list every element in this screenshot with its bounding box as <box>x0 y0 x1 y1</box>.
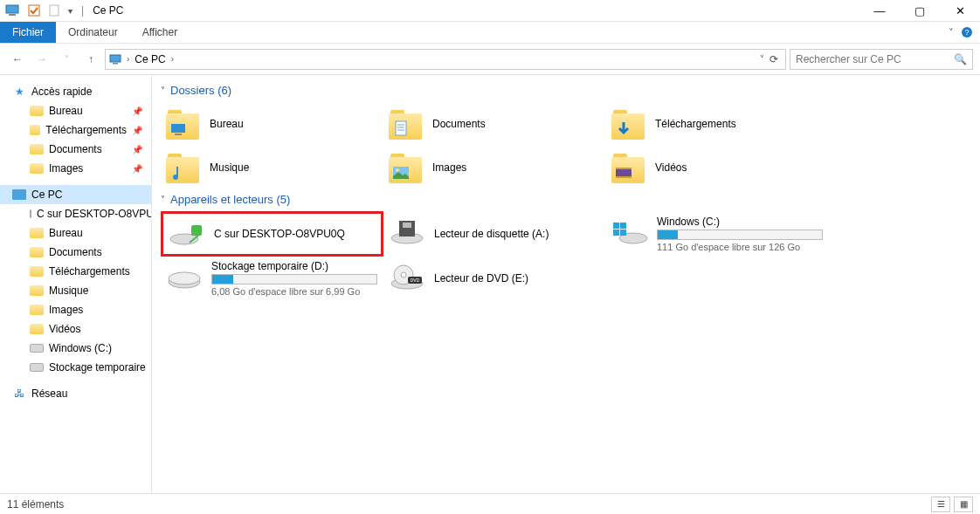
folder-videos[interactable]: Vidéos <box>606 146 829 189</box>
pin-icon: 📌 <box>132 106 142 116</box>
drive-floppy[interactable]: Lecteur de disquette (A:) <box>383 211 606 257</box>
chevron-right-icon[interactable]: › <box>171 54 174 64</box>
svg-rect-21 <box>191 225 202 236</box>
window-title: Ce PC <box>93 4 123 17</box>
sidebar-item-reseau[interactable]: 🖧 Réseau <box>0 384 151 403</box>
folder-label: Bureau <box>210 118 244 130</box>
view-icons-button[interactable]: ▦ <box>954 497 973 512</box>
folder-label: Documents <box>432 118 486 130</box>
folder-label: Téléchargements <box>655 118 736 130</box>
sidebar-item-documents2[interactable]: Documents <box>0 243 151 262</box>
back-button[interactable]: ← <box>7 49 28 70</box>
sidebar-item-telechargements2[interactable]: Téléchargements <box>0 262 151 281</box>
status-bar: 11 éléments ☰ ▦ <box>0 493 980 514</box>
maximize-button[interactable]: ▢ <box>900 0 940 22</box>
svg-rect-10 <box>396 121 406 135</box>
folder-documents[interactable]: Documents <box>383 102 606 146</box>
folder-musique[interactable]: Musique <box>161 146 383 189</box>
navigation-bar: ← → ˅ ↑ › Ce PC › ˅ ⟳ Rechercher sur Ce … <box>0 44 980 75</box>
sidebar-item-label: Images <box>49 304 83 316</box>
folder-label: Musique <box>210 161 249 174</box>
floppy-drive-icon <box>389 215 425 248</box>
section-header-dossiers[interactable]: ˅ Dossiers (6) <box>161 84 971 97</box>
section-header-lecteurs[interactable]: ˅ Appareils et lecteurs (5) <box>161 193 971 206</box>
up-button[interactable]: ↑ <box>80 49 101 70</box>
svg-rect-19 <box>616 176 631 178</box>
pc-icon <box>109 52 123 66</box>
breadcrumb-cepc[interactable]: Ce PC <box>133 53 167 65</box>
qat-dropdown-icon[interactable]: ▾ <box>68 6 72 16</box>
sidebar-item-telechargements[interactable]: Téléchargements 📌 <box>0 120 151 140</box>
folder-images[interactable]: Images <box>383 146 606 189</box>
folder-icon <box>611 152 646 183</box>
drive-label: Windows (C:) <box>657 216 823 228</box>
chevron-right-icon[interactable]: › <box>127 54 129 64</box>
sidebar-item-stockage[interactable]: Stockage temporaire <box>0 358 151 377</box>
address-bar[interactable]: › Ce PC › ˅ ⟳ <box>105 49 786 70</box>
folders-grid: Bureau Documents Téléchargements Musique… <box>161 102 971 189</box>
content-pane: ˅ Dossiers (6) Bureau Documents Téléchar… <box>152 75 980 493</box>
sidebar-item-documents[interactable]: Documents 📌 <box>0 140 151 159</box>
svg-point-16 <box>396 168 399 172</box>
network-icon: 🖧 <box>12 387 26 401</box>
sidebar-item-bureau2[interactable]: Bureau <box>0 223 151 243</box>
sidebar-item-images2[interactable]: Images <box>0 300 151 319</box>
chevron-down-icon: ˅ <box>161 86 165 95</box>
sidebar-item-label: Bureau <box>49 105 83 117</box>
view-details-button[interactable]: ☰ <box>931 497 950 512</box>
svg-rect-28 <box>613 230 619 236</box>
svg-rect-24 <box>403 223 411 228</box>
refresh-button[interactable]: ⟳ <box>770 53 778 65</box>
address-dropdown-icon[interactable]: ˅ <box>760 54 764 64</box>
help-icon[interactable]: ? <box>961 26 973 38</box>
folder-icon <box>30 228 44 238</box>
search-icon: 🔍 <box>954 53 967 65</box>
sidebar-item-label: Documents <box>49 246 102 258</box>
sidebar-item-musique[interactable]: Musique <box>0 281 151 300</box>
qat-blank-icon[interactable] <box>47 3 63 18</box>
close-button[interactable]: ✕ <box>940 0 980 22</box>
tab-ordinateur[interactable]: Ordinateur <box>56 22 130 43</box>
folder-icon <box>30 163 44 174</box>
capacity-bar <box>657 230 823 240</box>
svg-point-34 <box>401 272 406 278</box>
sidebar-item-csur[interactable]: C sur DESKTOP-O8VPU <box>0 204 151 223</box>
folder-icon <box>30 125 40 135</box>
section-title: Appareils et lecteurs (5) <box>170 193 290 206</box>
sidebar-item-bureau[interactable]: Bureau 📌 <box>0 101 151 120</box>
ribbon-expand-icon[interactable]: ˅ <box>949 27 954 38</box>
svg-rect-0 <box>6 5 18 13</box>
drive-subtext: 6,08 Go d'espace libre sur 6,99 Go <box>211 286 377 297</box>
drive-windows-c[interactable]: Windows (C:) 111 Go d'espace libre sur 1… <box>606 211 829 257</box>
tab-afficher[interactable]: Afficher <box>130 22 190 43</box>
recent-dropdown[interactable]: ˅ <box>56 49 77 70</box>
star-icon: ★ <box>12 85 26 99</box>
sidebar-item-ce-pc[interactable]: Ce PC <box>0 185 151 204</box>
status-text: 11 éléments <box>7 498 64 511</box>
capacity-fill <box>212 275 233 284</box>
folder-label: Vidéos <box>655 161 687 174</box>
ribbon-tabs: Fichier Ordinateur Afficher ˅ ? <box>0 22 980 44</box>
tab-fichier[interactable]: Fichier <box>0 22 56 43</box>
folder-bureau[interactable]: Bureau <box>161 102 383 146</box>
titlebar-separator: | <box>81 4 84 17</box>
folder-icon <box>611 108 646 140</box>
search-input[interactable]: Rechercher sur Ce PC 🔍 <box>790 49 973 70</box>
sidebar-item-windowsc[interactable]: Windows (C:) <box>0 339 151 358</box>
sidebar-item-videos[interactable]: Vidéos <box>0 319 151 339</box>
network-drive-icon <box>169 217 205 250</box>
sidebar-item-quick-access[interactable]: ★ Accès rapide <box>0 82 151 101</box>
drive-dvd[interactable]: DVD Lecteur de DVD (E:) <box>383 257 606 300</box>
minimize-button[interactable]: — <box>859 0 900 22</box>
sidebar-item-label: Stockage temporaire <box>49 361 146 374</box>
pin-icon: 📌 <box>132 164 142 174</box>
sidebar-item-images[interactable]: Images 📌 <box>0 159 151 178</box>
drive-icon <box>30 209 31 218</box>
drive-stockage[interactable]: Stockage temporaire (D:) 6,08 Go d'espac… <box>161 257 383 300</box>
capacity-fill <box>658 230 678 239</box>
hard-drive-icon <box>166 260 203 293</box>
folder-telechargements[interactable]: Téléchargements <box>606 102 829 146</box>
properties-icon[interactable] <box>26 3 42 18</box>
forward-button[interactable]: → <box>31 49 52 70</box>
drive-csur-highlighted[interactable]: C sur DESKTOP-O8VPU0Q <box>161 211 383 257</box>
